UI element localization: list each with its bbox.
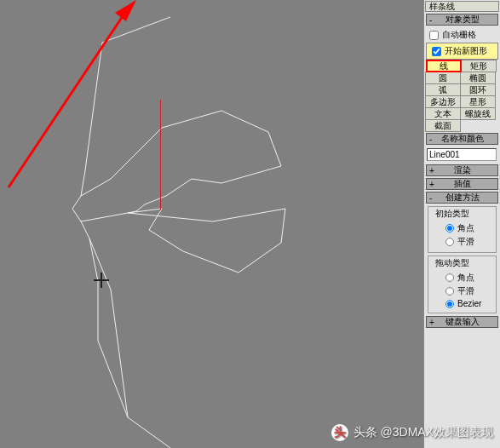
radio-label: Bezier	[457, 299, 481, 308]
drag-smooth-radio[interactable]	[445, 287, 454, 296]
radio-label: 平滑	[457, 285, 474, 297]
drag-type-group: 拖动类型 角点 平滑 Bezier	[428, 256, 497, 313]
drag-type-label: 拖动类型	[434, 257, 471, 269]
shape-arc-button[interactable]: 弧	[425, 83, 461, 96]
initial-smooth-radio[interactable]	[445, 238, 454, 246]
drag-bezier-radio[interactable]	[445, 300, 454, 308]
auto-grid-label: 自动栅格	[442, 29, 476, 41]
rollout-render[interactable]: + 渲染	[426, 164, 498, 176]
collapse-icon: -	[429, 15, 432, 25]
rollout-interpolation[interactable]: + 插值	[426, 178, 498, 190]
rollout-label: 对象类型	[445, 14, 480, 26]
rollout-creation-method[interactable]: - 创建方法	[426, 192, 498, 204]
initial-corner-radio[interactable]	[445, 224, 454, 233]
rollout-label: 键盘输入	[445, 316, 480, 328]
shape-section-button[interactable]: 截面	[425, 119, 461, 132]
rollout-label: 名称和颜色	[441, 133, 484, 145]
category-dropdown[interactable]: 样条线	[425, 1, 499, 12]
rollout-object-type[interactable]: - 对象类型	[426, 14, 498, 26]
shape-ellipse-button[interactable]: 椭圆	[460, 72, 496, 84]
command-panel: 样条线 - 对象类型 自动栅格 开始新图形 线 矩形 圆 椭圆 弧 圆环 多边形…	[423, 0, 500, 448]
initial-type-label: 初始类型	[434, 208, 471, 220]
initial-type-group: 初始类型 角点 平滑	[428, 206, 497, 253]
object-name-input[interactable]	[427, 148, 497, 161]
expand-icon: +	[429, 166, 434, 175]
viewport-3d[interactable]	[0, 0, 423, 448]
rollout-label: 创建方法	[445, 192, 480, 204]
shape-ngon-button[interactable]: 多边形	[425, 95, 461, 108]
radio-label: 平滑	[457, 236, 474, 248]
start-new-shape-label: 开始新图形	[445, 45, 487, 57]
shape-helix-button[interactable]: 螺旋线	[460, 107, 496, 120]
start-new-shape-checkbox[interactable]	[432, 47, 441, 56]
collapse-icon: -	[429, 135, 432, 144]
shape-circle-button[interactable]: 圆	[425, 72, 461, 84]
rollout-label: 渲染	[454, 164, 471, 176]
radio-label: 角点	[457, 222, 474, 234]
drag-corner-radio[interactable]	[445, 273, 454, 282]
expand-icon: +	[429, 318, 434, 327]
axis-line	[160, 100, 161, 210]
rollout-label: 插值	[454, 178, 471, 190]
auto-grid-checkbox[interactable]	[429, 31, 439, 40]
shape-star-button[interactable]: 星形	[460, 95, 496, 108]
expand-icon: +	[429, 180, 434, 189]
rollout-name-color[interactable]: - 名称和颜色	[426, 133, 498, 145]
radio-label: 角点	[457, 272, 474, 284]
rollout-keyboard-entry[interactable]: + 键盘输入	[426, 316, 498, 328]
shape-line-button[interactable]: 线	[426, 60, 462, 72]
wireframe-drawing	[0, 0, 423, 448]
shape-buttons-grid: 线 矩形 圆 椭圆 弧 圆环 多边形 星形 文本 螺旋线 截面	[424, 60, 500, 131]
shape-rectangle-button[interactable]: 矩形	[461, 60, 497, 72]
collapse-icon: -	[429, 193, 432, 203]
shape-donut-button[interactable]: 圆环	[460, 83, 496, 96]
shape-text-button[interactable]: 文本	[425, 107, 461, 120]
